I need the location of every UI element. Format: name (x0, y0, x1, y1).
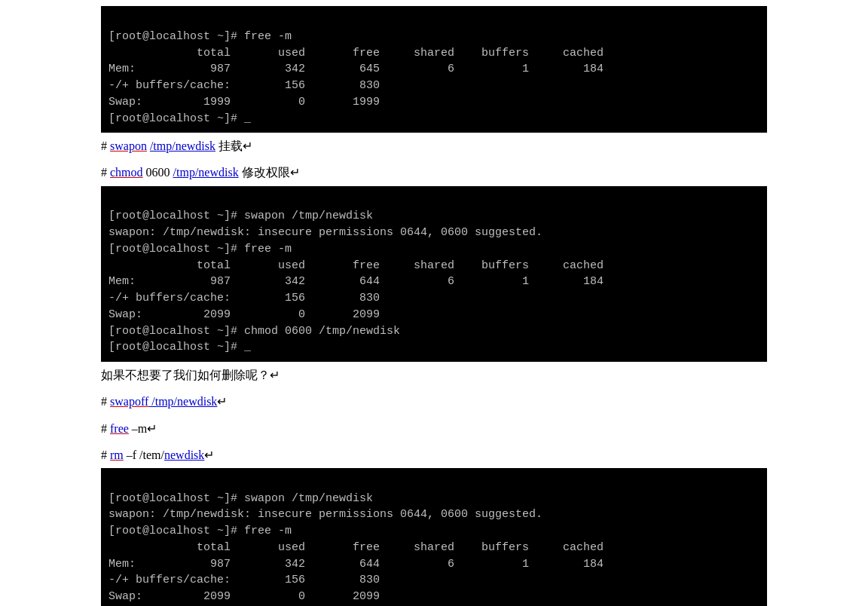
line6-args: –f /tem/ (124, 448, 164, 461)
line4-path: /tmp/newdisk (148, 395, 217, 408)
line4-end: ↵ (217, 395, 227, 408)
swapon-cmd: swapon (110, 139, 147, 152)
line1-prefix: # (101, 139, 110, 152)
delete-question: 如果不想要了我们如何删除呢？↵ (101, 369, 280, 381)
chmod-cmd: chmod (110, 166, 143, 179)
swapoff-cmd: swapoff (110, 395, 148, 408)
line2-prefix: # (101, 166, 110, 179)
line1-note: 挂载↵ (215, 139, 252, 152)
line2-note: 修改权限↵ (239, 166, 300, 179)
line4-prefix: # (101, 395, 110, 408)
line1-path: /tmp/newdisk (150, 139, 215, 152)
text-line-3: 如果不想要了我们如何删除呢？↵ (0, 362, 868, 388)
text-line-4: # swapoff /tmp/newdisk↵ (0, 388, 868, 415)
line5-args: –m (129, 422, 147, 435)
line5-prefix: # (101, 422, 110, 435)
t2-content: [root@localhost ~]# swapon /tmp/newdisk … (108, 210, 604, 354)
line5-end: ↵ (147, 422, 157, 435)
text-line-2: # chmod 0600 /tmp/newdisk 修改权限↵ (0, 159, 868, 185)
line6-prefix: # (101, 448, 110, 461)
line6-path: newdisk (164, 448, 204, 461)
t3-content: [root@localhost ~]# swapon /tmp/newdisk … (108, 492, 604, 606)
terminal-3: [root@localhost ~]# swapon /tmp/newdisk … (101, 468, 767, 606)
text-line-6: # rm –f /tem/newdisk↵ (0, 442, 868, 468)
line2-args: 0600 (143, 166, 173, 179)
t1-content: [root@localhost ~]# free -m total used f… (108, 30, 604, 125)
rm-cmd: rm (110, 448, 124, 461)
terminal-2: [root@localhost ~]# swapon /tmp/newdisk … (101, 186, 767, 363)
line2-path: /tmp/newdisk (173, 166, 239, 179)
terminal-1: [root@localhost ~]# free -m total used f… (101, 6, 767, 133)
text-line-5: # free –m↵ (0, 415, 868, 442)
text-line-1: # swapon /tmp/newdisk 挂载↵ (0, 133, 868, 159)
line6-end: ↵ (204, 448, 214, 461)
free-cmd: free (110, 422, 129, 435)
